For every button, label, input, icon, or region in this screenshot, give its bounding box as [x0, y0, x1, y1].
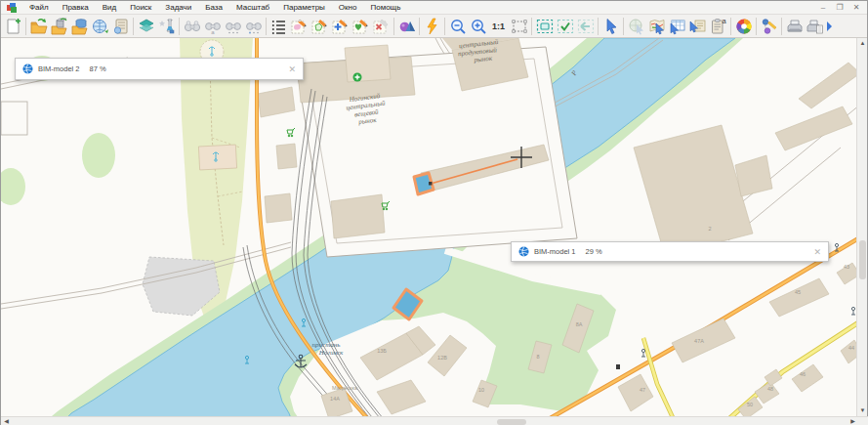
- menu-database[interactable]: База: [198, 1, 229, 14]
- scale-1-1-button[interactable]: 1:1: [488, 16, 509, 37]
- open-data-button[interactable]: [49, 16, 69, 37]
- 3d-shapes-icon: [398, 18, 416, 35]
- select-on-map-button[interactable]: [646, 16, 667, 37]
- svg-text:a: a: [211, 29, 215, 35]
- search-button[interactable]: [182, 16, 202, 37]
- menu-parameters[interactable]: Параметры: [276, 1, 332, 14]
- 3d-models-button[interactable]: [396, 16, 417, 37]
- scroll-left-arrow[interactable]: ◀: [1, 416, 12, 425]
- pharmacy-icon: [353, 73, 362, 82]
- vertical-scroll-thumb[interactable]: [859, 240, 866, 279]
- select-area-button[interactable]: [534, 16, 555, 37]
- menu-edit[interactable]: Правка: [56, 1, 96, 14]
- search-name-button[interactable]: a: [202, 16, 223, 37]
- edit-polygon-icon: [311, 18, 329, 35]
- legend-button[interactable]: [156, 16, 177, 37]
- pointer-button[interactable]: [600, 16, 621, 37]
- close-icon[interactable]: ✕: [288, 64, 303, 74]
- route-edit-button[interactable]: [759, 16, 779, 37]
- menu-scale[interactable]: Масштаб: [229, 1, 276, 14]
- close-button[interactable]: ✕: [851, 3, 861, 12]
- edit-delete-icon: [373, 18, 391, 35]
- menu-bar: Файл Правка Вид Поиск Задачи База Масшта…: [1, 1, 867, 14]
- window-title: BIM-model 1: [534, 247, 576, 256]
- edit-object-icon: [352, 18, 370, 35]
- menu-search[interactable]: Поиск: [123, 1, 158, 14]
- open-database-button[interactable]: [69, 16, 90, 37]
- overflow-chevron-icon: [826, 19, 834, 34]
- zoom-out-button[interactable]: [447, 16, 468, 37]
- edit-point-icon: [332, 18, 350, 35]
- menu-file[interactable]: Файл: [22, 1, 56, 14]
- binoculars-dots-icon: [225, 18, 242, 35]
- edit-point-button[interactable]: [330, 16, 351, 37]
- map-label: 50: [747, 402, 753, 407]
- edit-polygon-button[interactable]: [310, 16, 330, 37]
- restore-button[interactable]: ❐: [835, 3, 845, 12]
- printer-icon: [786, 18, 804, 35]
- select-on-globe-button[interactable]: [626, 16, 646, 37]
- bim-model-2-progress-window[interactable]: BIM-model 2 87 % ✕: [15, 58, 304, 80]
- toolbar-overflow-button[interactable]: [825, 16, 835, 37]
- edit-area-icon: [291, 18, 309, 35]
- print-page-button[interactable]: [805, 16, 825, 37]
- cursor-icon: [602, 18, 620, 35]
- map-label: 10: [478, 387, 484, 393]
- horizontal-scrollbar[interactable]: ◀ ▶: [1, 416, 868, 425]
- map-label: 44: [848, 345, 854, 351]
- zoom-in-icon: [470, 18, 487, 35]
- edit-object-button[interactable]: [351, 16, 371, 37]
- map-label: 14А: [330, 396, 340, 402]
- route-pins-icon: [761, 18, 778, 35]
- select-confirm-button[interactable]: [555, 16, 575, 37]
- scroll-down-arrow[interactable]: ▼: [857, 405, 868, 416]
- vertical-scrollbar[interactable]: ▲ ▼: [856, 38, 867, 416]
- select-with-panel-button[interactable]: [687, 16, 708, 37]
- scroll-up-arrow[interactable]: ▲: [857, 38, 868, 49]
- quick-action-button[interactable]: [422, 16, 442, 37]
- map-label: 13Б: [377, 348, 387, 354]
- delete-object-button[interactable]: [371, 16, 392, 37]
- edit-area-button[interactable]: [289, 16, 310, 37]
- globe-cursor-icon: [628, 18, 645, 35]
- scroll-right-arrow[interactable]: ▶: [847, 416, 858, 425]
- color-wheel-icon: [735, 18, 753, 35]
- search-coords-button[interactable]: [243, 16, 264, 37]
- horizontal-scroll-thumb[interactable]: [497, 419, 526, 425]
- binoculars-icon: [184, 18, 201, 35]
- map-label: 8А: [576, 321, 583, 327]
- binoculars-a-icon: a: [204, 18, 222, 35]
- map-label: 43: [844, 264, 849, 270]
- menu-tasks[interactable]: Задачи: [158, 1, 198, 14]
- list-icon: [270, 18, 288, 35]
- binoculars-dots-blue-icon: [245, 18, 263, 35]
- open-map-button[interactable]: [28, 16, 49, 37]
- search-list-button[interactable]: [223, 16, 243, 37]
- minimize-button[interactable]: –: [818, 3, 828, 12]
- open-folder-icon: [30, 18, 48, 35]
- object-list-button[interactable]: [269, 16, 289, 37]
- map-label: 47А: [694, 338, 704, 344]
- fit-extent-button[interactable]: [509, 16, 529, 37]
- layers-button[interactable]: [136, 16, 156, 37]
- select-confirm-icon: [557, 18, 574, 35]
- open-geoportal-button[interactable]: [90, 16, 110, 37]
- map-label: 8: [536, 354, 539, 360]
- print-button[interactable]: [784, 16, 805, 37]
- fit-frame-icon: [511, 18, 528, 35]
- close-icon[interactable]: ✕: [813, 247, 828, 257]
- zoom-in-button[interactable]: [468, 16, 488, 37]
- menu-window[interactable]: Окно: [332, 1, 364, 14]
- menu-view[interactable]: Вид: [96, 1, 123, 14]
- bim-model-1-progress-window[interactable]: BIM-model 1 29 % ✕: [511, 241, 829, 262]
- drag-handle[interactable]: [429, 182, 433, 186]
- select-previous-button[interactable]: [575, 16, 596, 37]
- report-button[interactable]: [110, 16, 131, 37]
- attributes-button[interactable]: a: [708, 16, 728, 37]
- lightning-icon: [424, 18, 441, 35]
- colors-button[interactable]: [733, 16, 754, 37]
- menu-help[interactable]: Помощь: [363, 1, 407, 14]
- map-viewport[interactable]: центральный продуктовый рынок Ногинский …: [1, 38, 858, 416]
- select-in-table-button[interactable]: [667, 16, 687, 37]
- new-document-button[interactable]: [3, 16, 23, 37]
